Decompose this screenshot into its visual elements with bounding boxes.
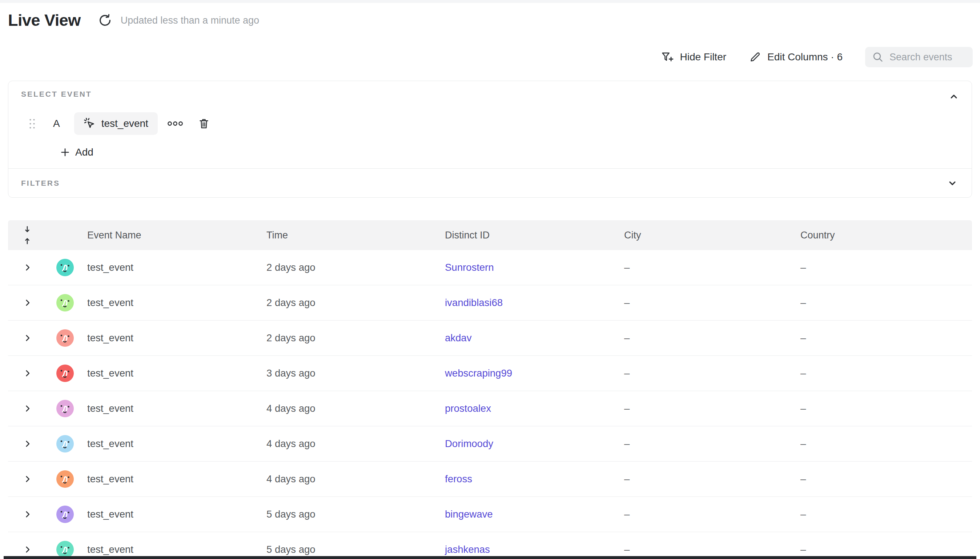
expand-row-button[interactable] <box>23 404 32 413</box>
chevron-right-icon <box>23 298 32 308</box>
distinct-id-link[interactable]: akdav <box>445 332 471 344</box>
collapse-section-button[interactable] <box>947 90 961 104</box>
refresh-button[interactable] <box>98 13 113 28</box>
row-city: – <box>624 438 800 450</box>
window-bottom-edge <box>3 556 977 559</box>
window-top-edge <box>0 0 980 3</box>
add-event-button[interactable]: Add <box>59 145 93 160</box>
row-time: 4 days ago <box>266 473 445 485</box>
filters-section: FILTERS <box>8 168 972 197</box>
search-events-input[interactable] <box>889 51 966 63</box>
expand-row-button[interactable] <box>23 474 32 484</box>
distinct-id-link[interactable]: jashkenas <box>445 544 490 555</box>
chevron-right-icon <box>23 509 32 519</box>
event-overflow-menu-button[interactable] <box>167 120 183 127</box>
plus-icon <box>59 147 71 158</box>
row-country: – <box>800 473 972 485</box>
events-table: Event Name Time Distinct ID City Country <box>8 220 972 559</box>
table-header: Event Name Time Distinct ID City Country <box>8 220 972 250</box>
table-body: test_event 2 days ago Sunrostern – – <box>8 250 972 559</box>
chevron-right-icon <box>23 333 32 343</box>
row-country: – <box>800 403 972 414</box>
hide-filter-label: Hide Filter <box>680 51 726 63</box>
row-event-name: test_event <box>87 297 266 309</box>
selected-event-name: test_event <box>101 118 148 129</box>
distinct-id-link[interactable]: Dorimoody <box>445 438 493 449</box>
expand-row-button[interactable] <box>23 263 32 272</box>
edit-columns-label: Edit Columns · 6 <box>767 51 843 63</box>
search-icon <box>872 51 884 63</box>
expand-row-button[interactable] <box>23 298 32 308</box>
chevron-right-icon <box>23 404 32 413</box>
distinct-id-link[interactable]: Sunrostern <box>445 262 494 273</box>
row-time: 4 days ago <box>266 438 445 450</box>
drag-handle[interactable] <box>29 118 36 129</box>
select-event-section: SELECT EVENT A <box>8 81 972 160</box>
event-row: A test_event <box>29 112 961 135</box>
event-selector-chip[interactable]: test_event <box>74 112 158 135</box>
distinct-id-link[interactable]: feross <box>445 473 472 485</box>
expand-row-button[interactable] <box>23 545 32 554</box>
avatar <box>56 506 74 523</box>
row-country: – <box>800 508 972 520</box>
expand-row-button[interactable] <box>23 509 32 519</box>
row-city: – <box>624 297 800 309</box>
row-country: – <box>800 438 972 450</box>
header-city: City <box>624 230 800 241</box>
row-time: 5 days ago <box>266 544 445 556</box>
delete-event-button[interactable] <box>198 117 210 130</box>
table-row: test_event 5 days ago bingewave – – <box>8 497 972 532</box>
collapse-vertical-icon <box>22 226 33 245</box>
expand-row-button[interactable] <box>23 439 32 448</box>
table-row: test_event 2 days ago Sunrostern – – <box>8 250 972 285</box>
row-time: 2 days ago <box>266 332 445 344</box>
chevron-right-icon <box>23 369 32 378</box>
hide-filter-button[interactable]: Hide Filter <box>661 51 726 64</box>
header-time: Time <box>266 230 445 241</box>
page-header: Live View Updated less than a minute ago <box>8 11 259 30</box>
row-country: – <box>800 297 972 309</box>
table-row: test_event 2 days ago ivandiblasi68 – – <box>8 285 972 321</box>
collapse-all-rows-button[interactable] <box>18 226 33 245</box>
row-event-name: test_event <box>87 438 266 450</box>
expand-row-button[interactable] <box>23 333 32 343</box>
table-row: test_event 5 days ago jashkenas – – <box>8 532 972 559</box>
table-row: test_event 4 days ago Dorimoody – – <box>8 426 972 461</box>
expand-row-button[interactable] <box>23 369 32 378</box>
avatar <box>56 329 74 347</box>
expand-filters-button[interactable] <box>945 176 959 190</box>
row-city: – <box>624 508 800 520</box>
refresh-icon <box>98 13 112 28</box>
row-event-name: test_event <box>87 403 266 414</box>
distinct-id-link[interactable]: bingewave <box>445 508 492 520</box>
add-label: Add <box>75 147 93 158</box>
row-city: – <box>624 403 800 414</box>
table-row: test_event 4 days ago feross – – <box>8 461 972 497</box>
select-event-label: SELECT EVENT <box>21 90 92 99</box>
edit-columns-button[interactable]: Edit Columns · 6 <box>749 51 843 63</box>
row-country: – <box>800 544 972 556</box>
chevron-right-icon <box>23 545 32 554</box>
header-distinct-id: Distinct ID <box>445 230 624 241</box>
filters-label: FILTERS <box>21 179 60 187</box>
row-event-name: test_event <box>87 367 266 379</box>
distinct-id-link[interactable]: prostoalex <box>445 403 491 414</box>
distinct-id-link[interactable]: ivandiblasi68 <box>445 297 503 308</box>
chevron-right-icon <box>23 439 32 448</box>
toolbar: Hide Filter Edit Columns · 6 <box>661 46 973 68</box>
avatar <box>56 400 74 417</box>
filter-plus-icon <box>661 51 674 64</box>
event-letter: A <box>53 118 60 129</box>
search-events-box[interactable] <box>865 47 973 67</box>
row-event-name: test_event <box>87 332 266 344</box>
row-event-name: test_event <box>87 544 266 556</box>
table-row: test_event 4 days ago prostoalex – – <box>8 391 972 426</box>
avatar <box>56 541 74 558</box>
row-event-name: test_event <box>87 262 266 273</box>
row-time: 2 days ago <box>266 262 445 273</box>
distinct-id-link[interactable]: webscraping99 <box>445 367 512 379</box>
header-country: Country <box>800 230 972 241</box>
row-city: – <box>624 262 800 273</box>
chevron-up-icon <box>949 91 959 102</box>
page-title: Live View <box>8 11 81 30</box>
